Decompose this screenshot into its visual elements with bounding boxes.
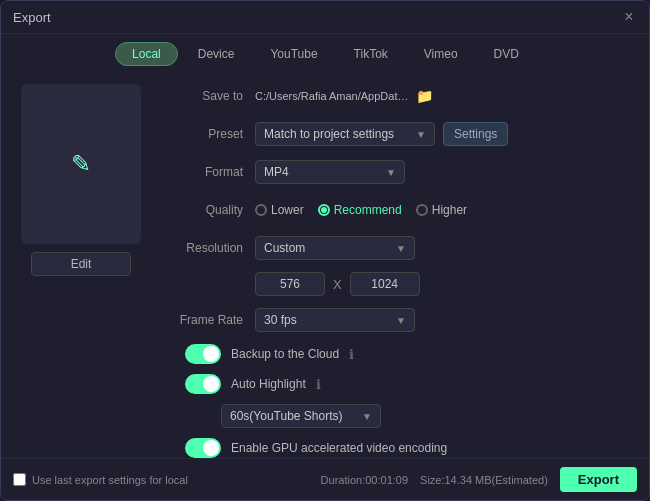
format-dropdown-text: MP4 [264, 165, 289, 179]
quality-recommend-option[interactable]: Recommend [318, 203, 402, 217]
backup-label: Backup to the Cloud [231, 347, 339, 361]
window-title: Export [13, 10, 51, 25]
tab-tiktok[interactable]: TikTok [338, 42, 404, 66]
size-info: Size:14.34 MB(Estimated) [420, 474, 548, 486]
save-to-row: Save to C:/Users/Rafia Aman/AppDat… 📁 [165, 82, 633, 110]
width-input[interactable] [255, 272, 325, 296]
framerate-label: Frame Rate [165, 313, 255, 327]
tab-device[interactable]: Device [182, 42, 251, 66]
preset-row: Preset Match to project settings ▼ Setti… [165, 120, 633, 148]
preset-value: Match to project settings ▼ Settings [255, 122, 633, 146]
shorts-dropdown-text: 60s(YouTube Shorts) [230, 409, 343, 423]
quality-higher-label: Higher [432, 203, 467, 217]
preset-dropdown[interactable]: Match to project settings ▼ [255, 122, 435, 146]
format-row: Format MP4 ▼ [165, 158, 633, 186]
preview-panel: ✎ Edit [1, 72, 161, 458]
backup-row: Backup to the Cloud ℹ [185, 344, 633, 364]
tab-vimeo[interactable]: Vimeo [408, 42, 474, 66]
preset-dropdown-text: Match to project settings [264, 127, 394, 141]
folder-icon[interactable]: 📁 [416, 88, 433, 104]
footer: Use last export settings for local Durat… [1, 458, 649, 500]
pencil-icon: ✎ [71, 150, 91, 178]
gpu-label: Enable GPU accelerated video encoding [231, 441, 447, 455]
framerate-row: Frame Rate 30 fps ▼ [165, 306, 633, 334]
export-window: Export × Local Device YouTube TikTok Vim… [0, 0, 650, 501]
backup-info-icon[interactable]: ℹ [349, 347, 354, 362]
backup-toggle-knob [203, 346, 219, 362]
radio-inner-dot [321, 207, 327, 213]
preview-thumbnail: ✎ [21, 84, 141, 244]
resolution-dropdown-text: Custom [264, 241, 305, 255]
framerate-value: 30 fps ▼ [255, 308, 633, 332]
preset-dropdown-arrow: ▼ [416, 129, 426, 140]
preset-label: Preset [165, 127, 255, 141]
resolution-dropdown[interactable]: Custom ▼ [255, 236, 415, 260]
format-label: Format [165, 165, 255, 179]
format-dropdown-arrow: ▼ [386, 167, 396, 178]
resolution-value: Custom ▼ [255, 236, 633, 260]
tab-local[interactable]: Local [115, 42, 178, 66]
auto-highlight-row: Auto Highlight ℹ [185, 374, 633, 394]
close-button[interactable]: × [621, 9, 637, 25]
tab-dvd[interactable]: DVD [478, 42, 535, 66]
dimension-row: X [255, 272, 633, 296]
last-settings-label: Use last export settings for local [32, 474, 188, 486]
footer-right: Duration:00:01:09 Size:14.34 MB(Estimate… [321, 467, 637, 492]
shorts-dropdown[interactable]: 60s(YouTube Shorts) ▼ [221, 404, 381, 428]
dimension-x-separator: X [333, 277, 342, 292]
gpu-toggle-knob [203, 440, 219, 456]
framerate-dropdown-text: 30 fps [264, 313, 297, 327]
save-to-label: Save to [165, 89, 255, 103]
last-settings-checkbox[interactable] [13, 473, 26, 486]
auto-highlight-toggle-knob [203, 376, 219, 392]
save-path-text: C:/Users/Rafia Aman/AppDat… [255, 90, 408, 102]
resolution-label: Resolution [165, 241, 255, 255]
save-to-value: C:/Users/Rafia Aman/AppDat… 📁 [255, 88, 633, 104]
quality-lower-option[interactable]: Lower [255, 203, 304, 217]
height-input[interactable] [350, 272, 420, 296]
gpu-toggle[interactable] [185, 438, 221, 458]
settings-button[interactable]: Settings [443, 122, 508, 146]
gpu-row: Enable GPU accelerated video encoding [185, 438, 633, 458]
format-dropdown[interactable]: MP4 ▼ [255, 160, 405, 184]
auto-highlight-label: Auto Highlight [231, 377, 306, 391]
quality-recommend-label: Recommend [334, 203, 402, 217]
auto-highlight-info-icon[interactable]: ℹ [316, 377, 321, 392]
tab-bar: Local Device YouTube TikTok Vimeo DVD [1, 34, 649, 72]
quality-recommend-radio[interactable] [318, 204, 330, 216]
quality-higher-radio[interactable] [416, 204, 428, 216]
main-content: ✎ Edit Save to C:/Users/Rafia Aman/AppDa… [1, 72, 649, 458]
tab-youtube[interactable]: YouTube [254, 42, 333, 66]
quality-label: Quality [165, 203, 255, 217]
quality-row: Quality Lower Recommend Higher [165, 196, 633, 224]
quality-lower-label: Lower [271, 203, 304, 217]
footer-left: Use last export settings for local [13, 473, 188, 486]
framerate-dropdown-arrow: ▼ [396, 315, 406, 326]
quality-options: Lower Recommend Higher [255, 203, 633, 217]
resolution-dropdown-arrow: ▼ [396, 243, 406, 254]
backup-toggle[interactable] [185, 344, 221, 364]
export-button[interactable]: Export [560, 467, 637, 492]
shorts-row: 60s(YouTube Shorts) ▼ [221, 404, 633, 428]
duration-info: Duration:00:01:09 [321, 474, 408, 486]
settings-panel: Save to C:/Users/Rafia Aman/AppDat… 📁 Pr… [161, 72, 649, 458]
titlebar: Export × [1, 1, 649, 34]
framerate-dropdown[interactable]: 30 fps ▼ [255, 308, 415, 332]
edit-button[interactable]: Edit [31, 252, 131, 276]
auto-highlight-toggle[interactable] [185, 374, 221, 394]
quality-higher-option[interactable]: Higher [416, 203, 467, 217]
resolution-row: Resolution Custom ▼ [165, 234, 633, 262]
format-value: MP4 ▼ [255, 160, 633, 184]
shorts-dropdown-arrow: ▼ [362, 411, 372, 422]
quality-lower-radio[interactable] [255, 204, 267, 216]
